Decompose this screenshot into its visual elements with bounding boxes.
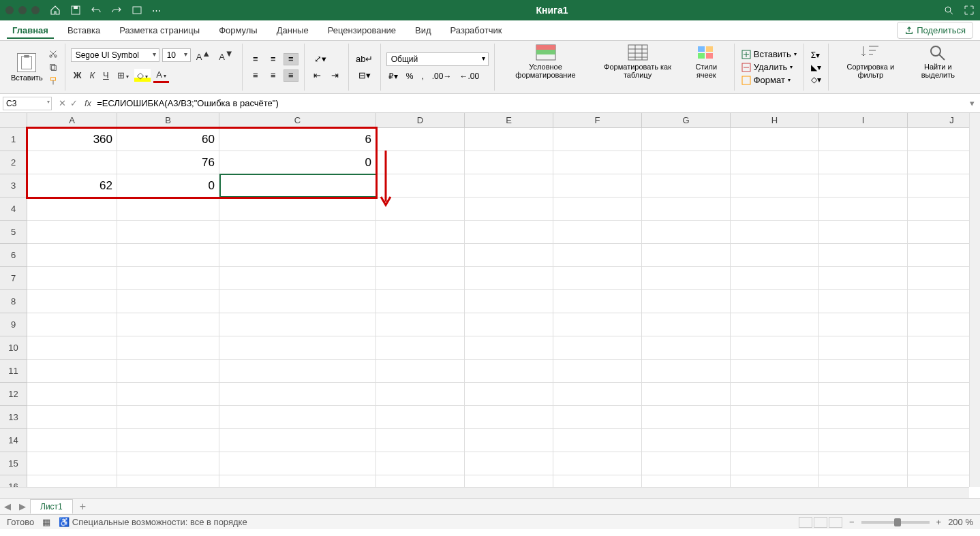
normal-view-button[interactable]: [799, 517, 812, 528]
cell-C2[interactable]: 0: [219, 151, 376, 174]
cell-H1[interactable]: [731, 128, 819, 151]
row-header-2[interactable]: 2: [0, 151, 27, 174]
cell-F1[interactable]: [553, 128, 642, 151]
fullscreen-icon[interactable]: [964, 5, 975, 16]
fx-icon[interactable]: fx: [85, 98, 91, 108]
page-break-view-button[interactable]: [829, 517, 842, 528]
border-button[interactable]: ⊞: [114, 69, 132, 82]
format-painter-icon[interactable]: [47, 76, 59, 86]
tab-data[interactable]: Данные: [271, 22, 314, 39]
tab-home[interactable]: Главная: [7, 22, 54, 39]
horizontal-scrollbar[interactable]: [0, 487, 969, 498]
formula-input[interactable]: [94, 97, 964, 110]
align-middle-icon[interactable]: ≡: [266, 53, 281, 65]
cell-B1[interactable]: 60: [117, 128, 219, 151]
row-header-13[interactable]: 13: [0, 406, 27, 429]
spreadsheet-grid[interactable]: A B C D E F G H I J 1 2 3 4 5 6 7 8 9 10…: [0, 113, 980, 498]
size-combo[interactable]: 10: [162, 48, 191, 62]
tab-formulas[interactable]: Формулы: [213, 22, 263, 39]
autosum-button[interactable]: Σ▾: [810, 50, 823, 61]
row-header-3[interactable]: 3: [0, 174, 27, 198]
cell-E1[interactable]: [465, 128, 553, 151]
orientation-button[interactable]: ⤢▾: [310, 53, 331, 65]
accessibility-status[interactable]: ♿ Специальные возможности: все в порядке: [59, 517, 247, 527]
align-right-icon[interactable]: ≡: [284, 69, 298, 82]
row-header-8[interactable]: 8: [0, 290, 27, 313]
zoom-value[interactable]: 200 %: [948, 517, 973, 527]
format-cells-button[interactable]: Формат▾: [740, 74, 798, 86]
align-top-icon[interactable]: ≡: [248, 53, 263, 65]
add-sheet-button[interactable]: +: [73, 501, 93, 513]
comma-button[interactable]: ,: [419, 70, 425, 82]
col-header-I[interactable]: I: [819, 113, 908, 128]
share-button[interactable]: Поделиться: [897, 22, 973, 39]
more-icon[interactable]: ⋯: [152, 5, 161, 16]
bold-button[interactable]: Ж: [71, 69, 85, 82]
zoom-out-button[interactable]: −: [849, 517, 855, 527]
accept-formula-icon[interactable]: ✓: [70, 98, 78, 108]
cell-B3[interactable]: 0: [117, 174, 219, 198]
vertical-scrollbar[interactable]: [969, 113, 980, 487]
increase-indent-icon[interactable]: ⇥: [328, 69, 343, 82]
cancel-formula-icon[interactable]: ✕: [59, 98, 66, 108]
merge-button[interactable]: ⊟▾: [354, 69, 375, 82]
tab-review[interactable]: Рецензирование: [322, 22, 401, 39]
font-combo[interactable]: Segoe UI Symbol: [71, 48, 159, 62]
sort-filter-button[interactable]: Сортировка и фильтр: [834, 44, 907, 91]
zoom-slider[interactable]: [861, 521, 930, 524]
italic-button[interactable]: К: [87, 69, 97, 82]
home-icon[interactable]: [50, 5, 61, 16]
undo-icon[interactable]: [91, 5, 102, 16]
clear-button[interactable]: ◇▾: [810, 74, 823, 85]
fill-color-button[interactable]: ◇: [134, 69, 151, 82]
row-header-5[interactable]: 5: [0, 221, 27, 244]
cell-C3[interactable]: Ошибка в расчёте: [219, 174, 376, 198]
decrease-decimal-icon[interactable]: ←.00: [457, 70, 481, 82]
tab-insert[interactable]: Вставка: [62, 22, 106, 39]
col-header-E[interactable]: E: [465, 113, 553, 128]
cell-A2[interactable]: [27, 151, 117, 174]
cell-A3[interactable]: 62: [27, 174, 117, 198]
sheet-nav-prev[interactable]: ◀: [0, 501, 15, 511]
cell-I1[interactable]: [819, 128, 908, 151]
align-bottom-icon[interactable]: ≡: [284, 53, 298, 65]
percent-button[interactable]: %: [404, 70, 416, 82]
format-as-table-button[interactable]: Форматировать как таблицу: [591, 44, 684, 91]
col-header-C[interactable]: C: [219, 113, 376, 128]
align-center-icon[interactable]: ≡: [266, 69, 281, 82]
decrease-font-icon[interactable]: A▼: [216, 47, 236, 63]
row-header-12[interactable]: 12: [0, 383, 27, 406]
expand-formula-icon[interactable]: ▾: [964, 98, 980, 108]
row-header-9[interactable]: 9: [0, 313, 27, 336]
increase-decimal-icon[interactable]: .00→: [430, 70, 454, 82]
find-select-button[interactable]: Найти и выделить: [907, 44, 969, 91]
row-header-15[interactable]: 15: [0, 452, 27, 475]
col-header-D[interactable]: D: [376, 113, 465, 128]
search-icon[interactable]: [943, 5, 954, 16]
insert-cells-button[interactable]: Вставить▾: [740, 48, 798, 60]
col-header-F[interactable]: F: [553, 113, 642, 128]
cell-D1[interactable]: [376, 128, 465, 151]
tab-layout[interactable]: Разметка страницы: [114, 22, 205, 39]
number-format-combo[interactable]: Общий: [386, 52, 489, 66]
col-header-G[interactable]: G: [642, 113, 731, 128]
cell-G1[interactable]: [642, 128, 731, 151]
row-header-10[interactable]: 10: [0, 336, 27, 360]
window-controls[interactable]: [5, 6, 40, 14]
page-layout-view-button[interactable]: [814, 517, 827, 528]
tab-developer[interactable]: Разработчик: [445, 22, 508, 39]
redo-icon[interactable]: [111, 5, 122, 16]
copy-icon[interactable]: [47, 63, 59, 72]
underline-button[interactable]: Ч: [100, 69, 112, 82]
wrap-text-button[interactable]: ab↵: [354, 53, 375, 65]
align-left-icon[interactable]: ≡: [248, 69, 263, 82]
row-header-6[interactable]: 6: [0, 244, 27, 267]
increase-font-icon[interactable]: A▲: [194, 47, 214, 63]
cell-B2[interactable]: 76: [117, 151, 219, 174]
row-header-1[interactable]: 1: [0, 128, 27, 151]
col-header-B[interactable]: B: [117, 113, 219, 128]
row-header-7[interactable]: 7: [0, 267, 27, 290]
tab-view[interactable]: Вид: [410, 22, 437, 39]
cell-styles-button[interactable]: Стили ячеек: [684, 44, 729, 91]
sheet-tab[interactable]: Лист1: [30, 499, 73, 514]
